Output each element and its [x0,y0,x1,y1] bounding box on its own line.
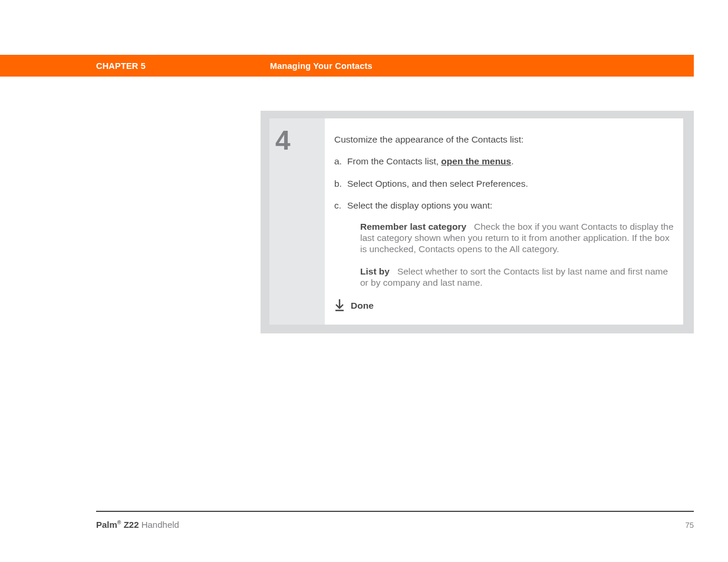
footer-product-word: Handheld [139,520,179,530]
page-number: 75 [686,521,694,530]
step-item-c-sub: Remember last category Check the box if … [347,221,674,289]
step-item-a-pre: From the Contacts list, [347,156,441,166]
step-item-a-post: . [511,156,513,166]
footer-model: Z22 [121,520,139,530]
chapter-header-bar: CHAPTER 5 Managing Your Contacts [0,55,694,77]
step-intro: Customize the appearance of the Contacts… [334,134,674,145]
chapter-title: Managing Your Contacts [270,61,373,71]
done-row: Done [334,299,674,312]
done-label: Done [351,300,374,311]
arrow-down-icon [334,299,345,312]
step-item-c: c. Select the display options you want: … [334,200,674,288]
step-body: Customize the appearance of the Contacts… [325,118,683,325]
footer-rule [96,511,694,512]
open-the-menus-link[interactable]: open the menus [441,156,511,166]
list-marker: c. [334,200,341,211]
list-marker: a. [334,156,342,167]
option-lead: Remember last category [360,222,466,232]
step-item-b: b. Select Options, and then select Prefe… [334,178,674,189]
step-number-column: 4 [269,118,325,325]
step-block: 4 Customize the appearance of the Contac… [261,111,694,333]
page: CHAPTER 5 Managing Your Contacts 4 Custo… [0,0,728,562]
step-item-a: a. From the Contacts list, open the menu… [334,156,674,167]
registered-icon: ® [117,520,121,525]
chapter-label: CHAPTER 5 [96,61,146,71]
step-inner: 4 Customize the appearance of the Contac… [269,118,683,325]
step-number: 4 [275,127,325,154]
step-item-c-text: Select the display options you want: [347,200,492,210]
option-lead: List by [360,266,390,276]
footer-product: Palm® Z22 Handheld [96,520,179,530]
option-remember-last-category: Remember last category Check the box if … [360,221,674,255]
step-list: a. From the Contacts list, open the menu… [334,156,674,288]
option-body: Select whether to sort the Contacts list… [360,266,668,287]
step-item-b-text: Select Options, and then select Preferen… [347,178,528,189]
list-marker: b. [334,178,342,189]
option-list-by: List by Select whether to sort the Conta… [360,266,674,289]
footer-brand: Palm [96,520,117,530]
